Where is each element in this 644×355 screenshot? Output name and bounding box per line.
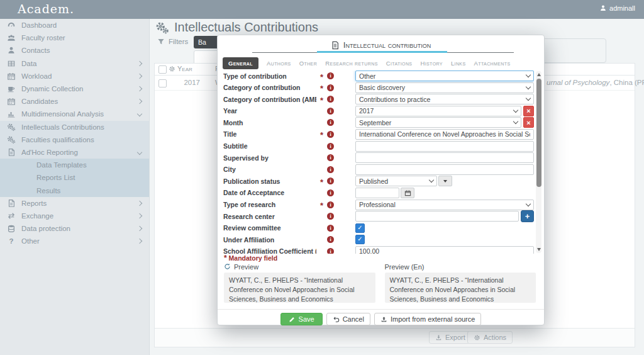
type-of-contribution-select[interactable]: Other: [355, 70, 534, 81]
import-external-source-button[interactable]: Import from external source: [374, 313, 482, 325]
chevron-down-icon: [526, 84, 531, 89]
info-icon[interactable]: i: [327, 143, 334, 150]
sidebar-item-faculty-roster[interactable]: Faculty roster: [0, 31, 149, 44]
sidebar-item-data[interactable]: Data: [0, 57, 149, 70]
tab-history[interactable]: History: [420, 60, 442, 67]
form-row-title: Title*i: [223, 129, 534, 140]
tab-research-returns[interactable]: Research returns: [325, 60, 378, 67]
info-icon[interactable]: i: [327, 201, 334, 208]
info-icon[interactable]: i: [327, 119, 334, 126]
title-active-indicator: [317, 51, 447, 53]
sidebar-item-data-protection[interactable]: Data protection: [0, 222, 149, 235]
form-row-publication-status: Publication status*iPublished: [223, 176, 534, 186]
column-header-year[interactable]: Year: [177, 65, 192, 72]
info-icon[interactable]: i: [327, 131, 334, 138]
category-of-contribution-select[interactable]: Basic discovery: [355, 82, 534, 93]
sidebar-item-dynamic-collection[interactable]: Dynamic Collection: [0, 82, 149, 95]
sidebar-item-reports[interactable]: Reports: [0, 197, 149, 210]
clear-month-button[interactable]: ×: [523, 117, 534, 128]
sidebar-item-workload[interactable]: Workload: [0, 70, 149, 82]
user-menu[interactable]: adminall: [599, 4, 635, 12]
tab-attachments[interactable]: Attachments: [474, 60, 511, 67]
info-icon[interactable]: i: [327, 189, 334, 196]
app-logo[interactable]: Academ.: [18, 2, 74, 16]
month-select[interactable]: September: [355, 117, 521, 128]
required-asterisk: *: [316, 130, 327, 138]
column-settings-gear-icon[interactable]: [169, 65, 175, 72]
scroll-down-arrow-icon[interactable]: [537, 248, 541, 251]
date-of-acceptance-input[interactable]: [355, 188, 399, 198]
info-icon[interactable]: i: [327, 72, 334, 79]
info-icon[interactable]: i: [327, 178, 334, 184]
info-icon[interactable]: i: [327, 84, 334, 91]
dropdown-button[interactable]: [438, 176, 452, 186]
row-checkbox[interactable]: [158, 79, 167, 87]
year-select[interactable]: 2017: [355, 106, 521, 116]
tab-other[interactable]: Other: [299, 60, 317, 67]
type-of-research-select[interactable]: Professional: [355, 200, 534, 210]
tab-links[interactable]: Links: [451, 60, 466, 67]
info-icon[interactable]: i: [327, 213, 334, 220]
modal-title-text: Intellectual contribution: [343, 40, 431, 50]
school-affiliation-coefficient-input[interactable]: [355, 246, 534, 254]
sidebar-item-multidimensional-analysis[interactable]: Multidimensional Analysis: [0, 108, 149, 120]
tab-citations[interactable]: Citations: [386, 60, 413, 67]
review-committee-checkbox[interactable]: ✓: [355, 223, 365, 233]
publication-status-select[interactable]: Published: [355, 176, 437, 186]
title-input[interactable]: [355, 129, 534, 140]
form-row-month: MonthiSeptember×: [223, 117, 534, 128]
cancel-button[interactable]: Cancel: [326, 313, 370, 325]
sidebar-item-contacts[interactable]: Contacts: [0, 44, 149, 57]
sidebar-item-other[interactable]: ?Other: [0, 235, 149, 247]
sidebar-item-ad-hoc-reporting[interactable]: Ad'Hoc Reporting: [0, 146, 149, 159]
add-research-center-button[interactable]: +: [521, 210, 534, 222]
info-icon[interactable]: i: [327, 108, 334, 115]
select-value: September: [359, 119, 514, 127]
scroll-up-arrow-icon[interactable]: [537, 73, 541, 76]
info-cell: i: [327, 96, 355, 103]
field-control: [355, 188, 534, 198]
select-all-checkbox[interactable]: [158, 65, 167, 74]
tab-authors[interactable]: Authors: [267, 60, 291, 67]
filters-toggle[interactable]: Filters: [157, 38, 188, 45]
info-icon[interactable]: i: [327, 248, 334, 254]
info-icon[interactable]: i: [327, 96, 334, 103]
info-icon[interactable]: i: [327, 225, 334, 232]
field-control: ✓: [355, 223, 534, 233]
info-icon[interactable]: i: [327, 166, 334, 173]
scrollbar-thumb[interactable]: [536, 79, 541, 187]
field-control: [355, 141, 534, 152]
date-picker-button[interactable]: [401, 188, 414, 198]
user-icon: [599, 4, 607, 12]
supervised-by-input[interactable]: [355, 152, 534, 163]
form-scrollbar[interactable]: [536, 71, 541, 253]
sidebar-item-intellectuals-contributions[interactable]: Intellectuals Contributions: [0, 121, 149, 133]
sidebar-item-results[interactable]: Results: [0, 184, 149, 196]
category-of-contribution-amba-select[interactable]: Contributions to practice: [355, 94, 534, 104]
research-center-input[interactable]: [355, 211, 519, 222]
sidebar-item-data-templates[interactable]: Data Templates: [0, 159, 149, 171]
refresh-icon[interactable]: [224, 263, 231, 270]
subtitle-input[interactable]: [355, 141, 534, 152]
field-label: Type of research: [223, 201, 316, 208]
svg-text:?: ?: [9, 237, 13, 245]
form-row-review-committee: Review committeei✓: [223, 223, 534, 234]
sidebar-item-dashboard[interactable]: Dashboard: [0, 19, 149, 31]
info-icon[interactable]: i: [327, 236, 334, 243]
sidebar-item-faculties-qualifications[interactable]: Faculties qualifications: [0, 133, 149, 146]
sidebar-item-candidates[interactable]: Candidates: [0, 95, 149, 108]
under-affiliation-checkbox[interactable]: ✓: [355, 235, 365, 244]
clear-year-button[interactable]: ×: [523, 106, 534, 116]
city-input[interactable]: [355, 164, 534, 175]
export-button[interactable]: Export: [429, 331, 472, 344]
tab-general[interactable]: General: [223, 57, 258, 69]
sidebar-item-reports-list[interactable]: Reports List: [0, 171, 149, 184]
field-control: September×: [355, 117, 534, 128]
sidebar-item-exchange[interactable]: Exchange: [0, 210, 149, 222]
info-icon[interactable]: i: [327, 154, 334, 161]
pencil-icon: [289, 316, 296, 323]
field-control: Contributions to practice: [355, 94, 534, 104]
info-cell: i: [327, 131, 355, 138]
actions-button[interactable]: Actions: [467, 331, 513, 344]
save-button[interactable]: Save: [280, 313, 323, 325]
